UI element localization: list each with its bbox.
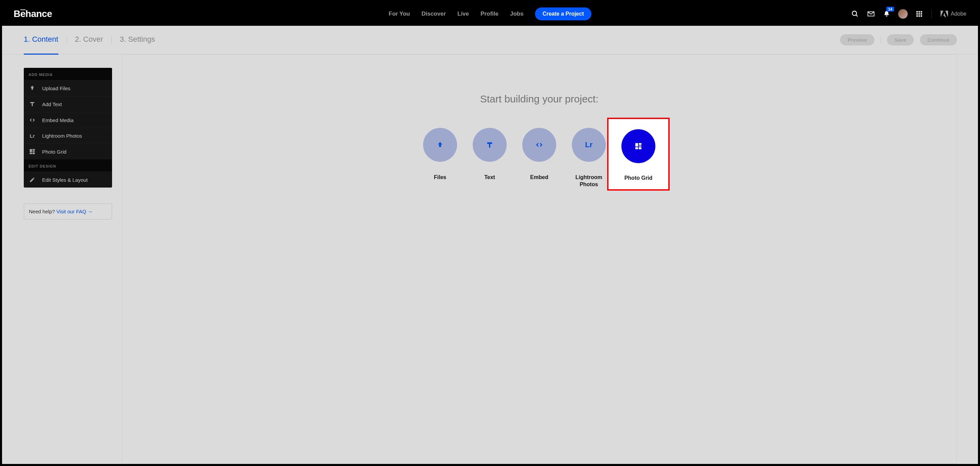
search-icon[interactable] — [851, 10, 859, 17]
svg-rect-14 — [30, 153, 32, 154]
embed-icon — [29, 117, 36, 123]
bell-icon[interactable]: 14 — [883, 10, 890, 17]
step-settings[interactable]: 3. Settings — [120, 35, 155, 45]
embed-icon — [535, 141, 544, 149]
grid-icon — [29, 149, 36, 155]
canvas-tiles: Files Text Embed Lr Lightroom Photos X — [122, 128, 956, 188]
faq-link[interactable]: Visit our FAQ → — [56, 209, 93, 214]
sidebar-item-text[interactable]: Add Text — [24, 96, 112, 112]
sidebar-item-lightroom[interactable]: Lr Lightroom Photos — [24, 128, 112, 143]
upload-icon — [436, 141, 444, 149]
sidebar-section-edit-design: EDIT DESIGN — [24, 159, 112, 171]
svg-rect-12 — [33, 149, 35, 151]
help-text: Need help? — [29, 209, 56, 214]
separator — [931, 10, 932, 18]
nav-jobs[interactable]: Jobs — [510, 11, 523, 17]
svg-rect-10 — [921, 15, 922, 17]
sidebar-item-edit-styles[interactable]: Edit Styles & Layout — [24, 171, 112, 187]
pencil-icon — [29, 177, 36, 183]
svg-rect-5 — [916, 13, 918, 14]
svg-rect-8 — [916, 15, 918, 17]
create-project-button[interactable]: Create a Project — [535, 8, 592, 21]
sidebar-item-embed[interactable]: Embed Media — [24, 112, 112, 128]
mail-icon[interactable] — [867, 10, 875, 17]
sidebar-item-upload[interactable]: Upload Files — [24, 80, 112, 96]
sidebar-item-label: Embed Media — [42, 117, 74, 123]
add-media-sidebar: ADD MEDIA Upload Files Add Text Embed Me… — [24, 68, 112, 187]
adobe-label: Adobe — [951, 11, 966, 17]
avatar[interactable] — [898, 9, 908, 19]
svg-rect-2 — [916, 11, 918, 13]
adobe-icon — [940, 11, 948, 17]
separator — [67, 36, 67, 44]
sidebar-item-label: Photo Grid — [42, 149, 67, 155]
sidebar-item-label: Add Text — [42, 101, 62, 107]
apps-grid-icon[interactable] — [916, 11, 923, 17]
lightroom-icon: Lr — [585, 140, 593, 149]
behance-logo[interactable]: Behance — [14, 8, 52, 19]
nav-for-you[interactable]: For You — [389, 11, 410, 17]
separator — [880, 36, 881, 43]
text-icon — [29, 101, 36, 107]
svg-rect-4 — [921, 11, 922, 13]
svg-rect-3 — [918, 11, 920, 13]
topbar: Behance For You Discover Live Profile Jo… — [2, 2, 978, 26]
tile-files[interactable]: Files — [423, 128, 457, 188]
grid-icon — [634, 142, 643, 150]
tile-label: Files — [434, 174, 446, 181]
main-nav: For You Discover Live Profile Jobs Creat… — [389, 8, 592, 21]
continue-button[interactable]: Continue — [920, 34, 957, 46]
svg-rect-7 — [921, 13, 922, 14]
svg-rect-9 — [918, 15, 920, 17]
text-icon — [486, 141, 493, 149]
step-content[interactable]: 1. Content — [24, 35, 59, 45]
editor-steps-bar: 1. Content 2. Cover 3. Settings Preview … — [2, 26, 978, 54]
step-cover[interactable]: 2. Cover — [75, 35, 103, 45]
tile-lightroom[interactable]: Lr Lightroom Photos — [572, 128, 606, 188]
sidebar-item-label: Upload Files — [42, 86, 70, 91]
svg-rect-15 — [33, 153, 35, 154]
adobe-link[interactable]: Adobe — [940, 11, 966, 17]
nav-discover[interactable]: Discover — [422, 11, 446, 17]
svg-rect-11 — [30, 149, 32, 152]
tile-label: Text — [484, 174, 495, 181]
preview-button[interactable]: Preview — [840, 34, 874, 46]
svg-point-0 — [852, 11, 856, 16]
tile-photo-grid-highlighted[interactable]: Photo Grid — [607, 118, 670, 190]
canvas-title: Start building your project: — [122, 93, 956, 105]
nav-profile[interactable]: Profile — [480, 11, 498, 17]
sidebar-section-add-media: ADD MEDIA — [24, 68, 112, 80]
tile-embed[interactable]: Embed — [522, 128, 556, 188]
tile-label: Lightroom Photos — [575, 174, 602, 188]
separator — [111, 36, 112, 44]
help-box: Need help? Visit our FAQ → — [24, 203, 112, 219]
svg-rect-16 — [635, 143, 638, 146]
svg-rect-20 — [639, 147, 641, 149]
notification-badge: 14 — [886, 7, 894, 11]
nav-live[interactable]: Live — [457, 11, 469, 17]
tile-label: Photo Grid — [624, 175, 653, 182]
svg-line-1 — [856, 15, 858, 17]
lightroom-icon: Lr — [29, 133, 36, 139]
svg-rect-13 — [33, 151, 35, 152]
svg-rect-6 — [918, 13, 920, 14]
sidebar-item-label: Edit Styles & Layout — [42, 177, 88, 183]
sidebar-item-label: Lightroom Photos — [42, 133, 82, 139]
upload-icon — [29, 85, 36, 91]
save-button[interactable]: Save — [887, 34, 914, 46]
svg-rect-18 — [639, 146, 641, 146]
sidebar-item-photo-grid[interactable]: Photo Grid — [24, 143, 112, 159]
tile-label: Embed — [530, 174, 548, 181]
editor-canvas: Start building your project: Files Text … — [122, 54, 957, 464]
svg-rect-17 — [639, 143, 641, 145]
tile-text[interactable]: Text — [473, 128, 507, 188]
svg-rect-19 — [635, 147, 638, 149]
